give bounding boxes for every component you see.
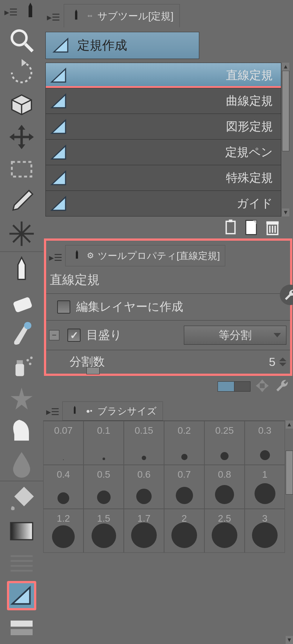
tool-sparkle[interactable] <box>7 219 36 248</box>
brush-dot-icon <box>52 525 75 548</box>
scroll-up-icon[interactable]: ▲ <box>282 63 289 71</box>
tool-lines[interactable] <box>7 549 36 578</box>
tool-decoration[interactable] <box>7 384 36 413</box>
subtool-scrollbar[interactable]: ▲ ▼ <box>282 63 289 216</box>
brush-size-cell[interactable]: 1.2 <box>43 509 84 553</box>
scroll-thumb[interactable] <box>282 71 289 151</box>
brush-size-cell[interactable]: 0.8 <box>204 465 245 509</box>
panel-menu-icon[interactable]: ▸☰ <box>4 7 18 18</box>
brush-size-tab[interactable]: ●• ブラシサイズ <box>62 401 163 421</box>
brush-dot-icon <box>63 459 64 460</box>
subtool-item-special-ruler[interactable]: 特殊定規 <box>45 165 281 191</box>
layout-toggle-b[interactable] <box>234 382 251 391</box>
checkbox[interactable] <box>57 300 70 314</box>
tool-property-tab[interactable]: ⚙ ツールプロパティ[直線定規] <box>65 245 225 266</box>
tool-blend[interactable] <box>7 416 36 445</box>
subtool-tab[interactable]: ◦◦ サブツール[定規] <box>64 4 180 27</box>
svg-point-13 <box>30 357 33 359</box>
subtool-item-curve-ruler[interactable]: 曲線定規 <box>45 88 281 114</box>
brush-size-label: 1.2 <box>57 513 70 524</box>
brush-size-cell[interactable]: 0.2 <box>164 421 204 465</box>
new-subtool-button[interactable] <box>243 219 261 236</box>
panel-menu-icon[interactable]: ▸☰ <box>49 252 62 263</box>
brush-size-cell[interactable]: 3 <box>245 509 285 553</box>
tool-frame[interactable] <box>7 613 36 643</box>
tool-property-panel: ▸☰ ⚙ ツールプロパティ[直線定規] 直線定規 編集レイヤーに作成 − <box>44 238 292 376</box>
brush-size-cell[interactable]: 0.6 <box>124 465 164 509</box>
subtool-item-straight-ruler[interactable]: 直線定規 <box>45 63 281 88</box>
brush-size-cell[interactable]: 0.15 <box>124 421 164 465</box>
brush-dot-icon <box>92 523 116 548</box>
tool-rotate[interactable] <box>7 58 36 87</box>
tool-airbrush[interactable] <box>7 352 36 381</box>
brush-size-label: 0.25 <box>215 425 234 436</box>
tool-brush[interactable] <box>7 319 36 349</box>
subtool-item-label: 特殊定規 <box>226 170 277 186</box>
option-create-on-edit-layer[interactable]: 編集レイヤーに作成 <box>46 293 290 320</box>
svg-point-0 <box>12 31 26 45</box>
subtool-item-ruler-pen[interactable]: 定規ペン <box>45 140 281 165</box>
subtool-item-guide[interactable]: ガイド <box>45 191 281 216</box>
delete-subtool-button[interactable] <box>264 219 281 236</box>
brush-size-cell[interactable]: 0.3 <box>245 421 285 465</box>
tool-3d[interactable] <box>7 90 36 119</box>
tool-eraser[interactable] <box>7 287 36 317</box>
brush-size-cell[interactable]: 1 <box>245 465 285 509</box>
tool-pen[interactable] <box>7 255 36 284</box>
scroll-thumb[interactable] <box>286 451 293 495</box>
subtool-item-figure-ruler[interactable]: 図形定規 <box>45 114 281 140</box>
tool-marquee[interactable] <box>7 155 36 184</box>
brush-size-label: 1.5 <box>97 513 110 524</box>
scale-select[interactable]: 等分割 <box>184 326 286 345</box>
tool-gradient[interactable] <box>7 517 36 546</box>
stepper-up-icon[interactable] <box>279 358 286 361</box>
brush-size-cell[interactable]: 0.25 <box>204 421 245 465</box>
brush-size-cell[interactable]: 0.7 <box>164 465 204 509</box>
subtool-item-label: ガイド <box>237 196 277 212</box>
layout-toggle-a[interactable] <box>218 382 234 391</box>
tool-move[interactable] <box>7 122 36 152</box>
brush-size-label: 0.15 <box>135 425 153 436</box>
tool-eyedropper[interactable] <box>7 187 36 216</box>
svg-marker-15 <box>11 388 33 410</box>
brush-size-cell[interactable]: 0.1 <box>84 421 124 465</box>
svg-point-9 <box>24 322 31 329</box>
brush-size-label: 0.7 <box>178 469 191 480</box>
checkbox[interactable] <box>67 329 81 342</box>
divisions-stepper[interactable]: 5 <box>269 355 286 369</box>
divisions-slider[interactable] <box>86 367 100 374</box>
tool-zoom[interactable] <box>7 26 36 55</box>
subtool-category-button[interactable]: 定規作成 <box>45 32 199 59</box>
panel-menu-icon[interactable]: ▸☰ <box>47 12 60 23</box>
stepper-down-icon[interactable] <box>279 363 286 366</box>
aperture-icon[interactable] <box>254 378 270 395</box>
wrench-icon[interactable] <box>274 378 290 395</box>
brush-size-cell[interactable]: 0.07 <box>43 421 84 465</box>
brush-size-label: 2 <box>182 513 187 524</box>
scroll-down-icon[interactable]: ▼ <box>286 636 293 644</box>
brush-dot-icon <box>181 454 188 460</box>
svg-rect-31 <box>226 221 235 234</box>
paste-subtool-button[interactable] <box>223 219 240 236</box>
brush-scrollbar[interactable]: ▲ ▼ <box>286 421 293 644</box>
brush-size-cell[interactable]: 1.5 <box>84 509 124 553</box>
svg-marker-24 <box>54 39 68 52</box>
ruler-icon <box>50 144 68 161</box>
tool-property-header: ▸☰ ⚙ ツールプロパティ[直線定規] <box>46 241 290 266</box>
tool-ruler[interactable] <box>7 581 36 610</box>
subtool-panel-header: ▸☰ ◦◦ サブツール[定規] <box>43 0 293 27</box>
collapse-toggle[interactable]: − <box>49 330 59 340</box>
brush-size-cell[interactable]: 1.7 <box>124 509 164 553</box>
tool-droplet[interactable] <box>7 448 36 478</box>
svg-marker-25 <box>52 69 66 82</box>
brush-size-cell[interactable]: 0.4 <box>43 465 84 509</box>
scroll-up-icon[interactable]: ▲ <box>286 421 293 429</box>
svg-rect-11 <box>17 360 23 364</box>
brush-size-cell[interactable]: 2.5 <box>204 509 245 553</box>
brush-size-cell[interactable]: 2 <box>164 509 204 553</box>
tool-fill[interactable] <box>7 484 36 514</box>
scroll-down-icon[interactable]: ▼ <box>282 208 289 216</box>
panel-menu-icon[interactable]: ▸☰ <box>46 406 59 418</box>
subtool-list: 直線定規 曲線定規 図形定規 定規ペン 特殊定規 <box>45 63 289 216</box>
brush-size-cell[interactable]: 0.5 <box>84 465 124 509</box>
